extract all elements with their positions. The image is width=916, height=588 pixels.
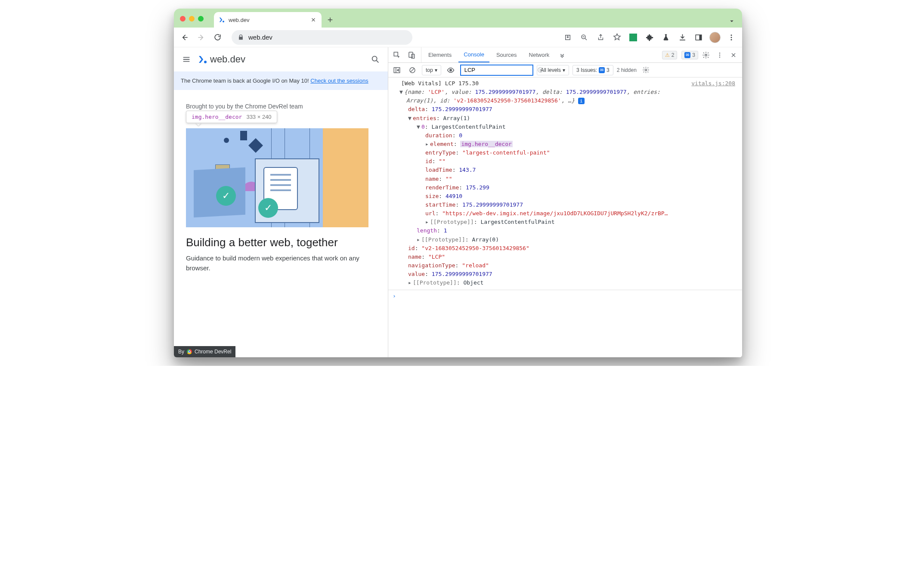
subheadline: Guidance to build modern web experiences…	[186, 254, 376, 273]
browser-window: web.dev web.dev	[174, 9, 742, 357]
zoom-icon[interactable]	[578, 31, 591, 44]
svg-point-18	[449, 69, 452, 71]
window-controls	[180, 16, 204, 22]
lock-icon	[238, 34, 244, 40]
devrel-label: Chrome DevRel	[195, 349, 231, 355]
extensions-icon[interactable]	[643, 31, 656, 44]
element-inspector-tooltip: img.hero__decor 333 × 240	[186, 111, 277, 123]
minimize-window-button[interactable]	[189, 16, 195, 22]
headline: Building a better web, together	[186, 236, 376, 249]
warnings-badge[interactable]: ⚠2	[662, 51, 678, 59]
inspect-element-button[interactable]	[391, 47, 403, 62]
browser-toolbar: web.dev	[174, 28, 742, 47]
site-logo[interactable]: web.dev	[197, 54, 245, 65]
site-name: web.dev	[210, 54, 245, 65]
tab-title: web.dev	[229, 17, 307, 23]
svg-point-6	[731, 39, 732, 40]
svg-point-13	[719, 53, 720, 53]
forward-button[interactable]	[195, 31, 207, 44]
hidden-count: 2 hidden	[617, 67, 637, 73]
site-header: web.dev	[174, 47, 388, 71]
devtools-tab-bar: Elements Console Sources Network ⚠2 ✉3	[388, 47, 742, 63]
console-settings-button[interactable]	[640, 63, 652, 77]
banner-link[interactable]: Check out the sessions	[310, 77, 368, 84]
element-reference[interactable]: img.hero__decor	[460, 141, 512, 147]
tab-elements[interactable]: Elements	[423, 47, 457, 62]
chrome-icon	[187, 349, 192, 354]
console-prompt[interactable]: ›	[388, 290, 742, 302]
tab-network[interactable]: Network	[524, 47, 555, 62]
announcement-banner: The Chrome team is back at Google I/O on…	[174, 71, 388, 90]
more-tabs-button[interactable]	[556, 47, 568, 62]
page-viewport: web.dev The Chrome team is back at Googl…	[174, 47, 388, 357]
devtools-close-button[interactable]	[727, 47, 740, 62]
info-icon[interactable]: i	[578, 98, 585, 104]
console-log-row[interactable]: [Web Vitals] LCP 175.30 vitals.js:208	[388, 77, 742, 88]
inspector-dimensions: 333 × 240	[246, 114, 271, 120]
devtools-menu-button[interactable]	[714, 47, 726, 62]
svg-point-7	[204, 61, 207, 63]
install-app-icon[interactable]	[561, 31, 574, 44]
hero-image: ✓ ✓	[186, 128, 368, 227]
svg-point-4	[731, 34, 732, 36]
svg-point-0	[223, 21, 224, 22]
device-toggle-button[interactable]	[405, 47, 418, 62]
svg-point-5	[731, 37, 732, 38]
filter-text[interactable]	[464, 66, 538, 74]
svg-point-15	[719, 56, 720, 57]
url-text: web.dev	[248, 34, 272, 41]
live-expression-button[interactable]	[445, 63, 457, 77]
tab-list-dropdown[interactable]	[726, 17, 738, 25]
console-toolbar: top ▾ ⓧ All levels ▾ 3 Issues: ✉3 2 hidd…	[388, 63, 742, 77]
brought-by-text: Brought to you by the Chrome DevRel team	[186, 103, 376, 110]
context-selector[interactable]: top ▾	[422, 65, 441, 75]
devtools-panel: Elements Console Sources Network ⚠2 ✉3 t…	[388, 47, 742, 357]
svg-point-14	[719, 54, 720, 55]
favicon-icon	[218, 16, 225, 23]
address-bar[interactable]: web.dev	[232, 30, 412, 45]
downloads-icon[interactable]	[676, 31, 689, 44]
tab-strip: web.dev	[174, 9, 742, 28]
log-prefix: [Web Vitals]	[401, 80, 442, 87]
inspector-selector: img.hero__decor	[192, 114, 242, 120]
devtools-settings-button[interactable]	[700, 47, 712, 62]
svg-point-12	[705, 54, 707, 56]
close-window-button[interactable]	[180, 16, 186, 22]
labs-icon[interactable]	[659, 31, 672, 44]
banner-text: The Chrome team is back at Google I/O on…	[181, 77, 310, 84]
svg-point-8	[372, 56, 377, 61]
new-tab-button[interactable]	[324, 14, 336, 26]
extension-indicator[interactable]	[627, 31, 640, 44]
menu-button[interactable]	[725, 31, 738, 44]
menu-icon[interactable]	[182, 55, 191, 64]
log-levels-selector[interactable]: All levels ▾	[537, 65, 569, 75]
log-title: LCP 175.30	[445, 80, 479, 87]
console-filter-input[interactable]: ⓧ	[460, 65, 533, 76]
svg-rect-10	[409, 52, 413, 57]
logo-icon	[197, 54, 207, 65]
issues-button[interactable]: 3 Issues: ✉3	[572, 65, 613, 75]
console-output: [Web Vitals] LCP 175.30 vitals.js:208 ▼{…	[388, 77, 742, 357]
bookmark-icon[interactable]	[610, 31, 623, 44]
tab-sources[interactable]: Sources	[491, 47, 522, 62]
devrel-badge[interactable]: By Chrome DevRel	[174, 346, 235, 357]
svg-point-19	[645, 69, 647, 71]
side-panel-icon[interactable]	[692, 31, 705, 44]
source-link[interactable]: vitals.js:208	[691, 79, 735, 88]
devrel-by: By	[178, 349, 184, 355]
messages-badge[interactable]: ✉3	[681, 51, 698, 59]
clear-console-button[interactable]	[406, 63, 418, 77]
back-button[interactable]	[178, 31, 191, 44]
tab-console[interactable]: Console	[458, 47, 489, 62]
svg-rect-3	[699, 35, 702, 40]
browser-tab[interactable]: web.dev	[214, 12, 322, 28]
search-button[interactable]	[371, 55, 380, 64]
maximize-window-button[interactable]	[198, 16, 204, 22]
reload-button[interactable]	[211, 31, 224, 44]
profile-avatar[interactable]	[709, 31, 721, 44]
tab-close-button[interactable]	[310, 17, 317, 23]
share-icon[interactable]	[594, 31, 607, 44]
console-sidebar-toggle[interactable]	[391, 63, 403, 77]
